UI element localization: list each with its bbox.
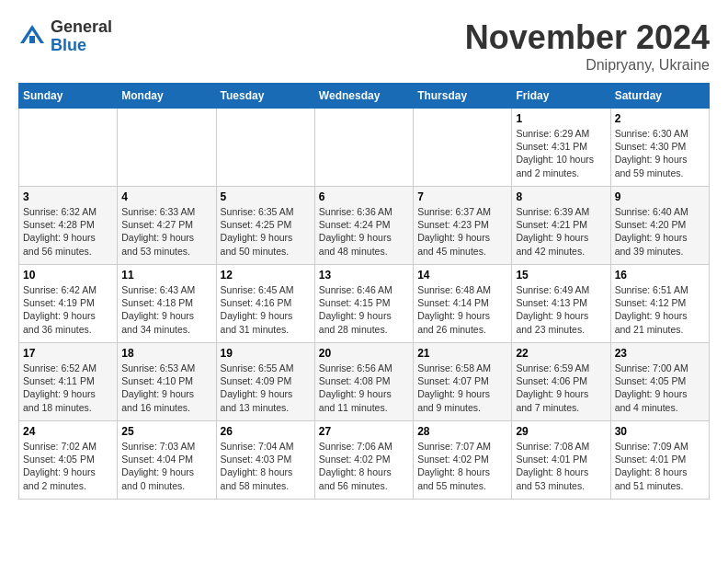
calendar-cell: 4Sunrise: 6:33 AM Sunset: 4:27 PM Daylig… [118, 187, 216, 265]
day-info: Sunrise: 6:32 AM Sunset: 4:28 PM Dayligh… [23, 205, 113, 258]
day-info: Sunrise: 7:06 AM Sunset: 4:02 PM Dayligh… [319, 440, 409, 492]
calendar-cell: 15Sunrise: 6:49 AM Sunset: 4:13 PM Dayli… [512, 265, 610, 343]
calendar-cell: 19Sunrise: 6:55 AM Sunset: 4:09 PM Dayli… [216, 343, 314, 421]
calendar-cell: 5Sunrise: 6:35 AM Sunset: 4:25 PM Daylig… [216, 187, 314, 265]
day-info: Sunrise: 6:39 AM Sunset: 4:21 PM Dayligh… [516, 205, 606, 258]
calendar-cell: 16Sunrise: 6:51 AM Sunset: 4:12 PM Dayli… [610, 265, 709, 343]
calendar-cell: 11Sunrise: 6:43 AM Sunset: 4:18 PM Dayli… [118, 265, 216, 343]
day-info: Sunrise: 6:51 AM Sunset: 4:12 PM Dayligh… [615, 283, 705, 336]
weekday-header: Wednesday [314, 84, 413, 109]
day-number: 3 [23, 190, 113, 203]
weekday-header: Saturday [610, 84, 709, 109]
day-number: 21 [417, 347, 507, 360]
day-number: 27 [319, 425, 409, 438]
day-info: Sunrise: 6:56 AM Sunset: 4:08 PM Dayligh… [319, 362, 409, 414]
day-number: 16 [615, 269, 705, 282]
calendar-week-row: 17Sunrise: 6:52 AM Sunset: 4:11 PM Dayli… [19, 343, 710, 421]
day-number: 9 [615, 190, 705, 203]
day-info: Sunrise: 6:37 AM Sunset: 4:23 PM Dayligh… [417, 205, 507, 258]
day-number: 26 [221, 425, 311, 438]
day-number: 22 [516, 347, 606, 360]
day-number: 11 [121, 269, 211, 282]
calendar-cell: 7Sunrise: 6:37 AM Sunset: 4:23 PM Daylig… [414, 187, 512, 265]
day-info: Sunrise: 6:29 AM Sunset: 4:31 PM Dayligh… [516, 127, 606, 179]
day-number: 18 [121, 347, 211, 360]
day-info: Sunrise: 6:43 AM Sunset: 4:18 PM Dayligh… [121, 283, 211, 336]
calendar-cell: 9Sunrise: 6:40 AM Sunset: 4:20 PM Daylig… [610, 187, 709, 265]
logo-general-text: General [51, 18, 112, 37]
weekday-header: Sunday [19, 84, 118, 109]
day-number: 28 [417, 425, 507, 438]
day-info: Sunrise: 6:59 AM Sunset: 4:06 PM Dayligh… [516, 362, 606, 414]
calendar-cell: 2Sunrise: 6:30 AM Sunset: 4:30 PM Daylig… [610, 109, 709, 187]
svg-rect-2 [29, 36, 35, 43]
day-info: Sunrise: 6:53 AM Sunset: 4:10 PM Dayligh… [121, 362, 211, 414]
day-info: Sunrise: 6:42 AM Sunset: 4:19 PM Dayligh… [23, 283, 113, 336]
weekday-header: Thursday [414, 84, 512, 109]
calendar-cell: 14Sunrise: 6:48 AM Sunset: 4:14 PM Dayli… [414, 265, 512, 343]
logo-blue-text: Blue [51, 37, 112, 55]
day-info: Sunrise: 6:30 AM Sunset: 4:30 PM Dayligh… [615, 127, 705, 179]
title-area: November 2024 Dnipryany, Ukraine [465, 18, 710, 74]
calendar-cell: 26Sunrise: 7:04 AM Sunset: 4:03 PM Dayli… [216, 421, 314, 500]
calendar-cell: 21Sunrise: 6:58 AM Sunset: 4:07 PM Dayli… [414, 343, 512, 421]
day-number: 5 [221, 190, 311, 203]
day-info: Sunrise: 7:04 AM Sunset: 4:03 PM Dayligh… [221, 440, 311, 492]
day-number: 2 [615, 112, 705, 125]
header: General Blue November 2024 Dnipryany, Uk… [18, 18, 710, 74]
day-info: Sunrise: 6:55 AM Sunset: 4:09 PM Dayligh… [221, 362, 311, 414]
day-number: 4 [121, 190, 211, 203]
day-info: Sunrise: 6:45 AM Sunset: 4:16 PM Dayligh… [221, 283, 311, 336]
location: Dnipryany, Ukraine [465, 57, 710, 74]
month-title: November 2024 [465, 18, 710, 57]
logo-text: General Blue [51, 18, 112, 55]
day-number: 24 [23, 425, 113, 438]
weekday-header-row: SundayMondayTuesdayWednesdayThursdayFrid… [19, 84, 710, 109]
day-number: 20 [319, 347, 409, 360]
day-info: Sunrise: 7:09 AM Sunset: 4:01 PM Dayligh… [615, 440, 705, 492]
calendar-cell [118, 109, 216, 187]
calendar-cell: 1Sunrise: 6:29 AM Sunset: 4:31 PM Daylig… [512, 109, 610, 187]
calendar-cell [414, 109, 512, 187]
day-info: Sunrise: 6:58 AM Sunset: 4:07 PM Dayligh… [417, 362, 507, 414]
calendar-week-row: 10Sunrise: 6:42 AM Sunset: 4:19 PM Dayli… [19, 265, 710, 343]
calendar-cell: 10Sunrise: 6:42 AM Sunset: 4:19 PM Dayli… [19, 265, 118, 343]
day-info: Sunrise: 6:49 AM Sunset: 4:13 PM Dayligh… [516, 283, 606, 336]
day-info: Sunrise: 6:35 AM Sunset: 4:25 PM Dayligh… [221, 205, 311, 258]
day-number: 12 [221, 269, 311, 282]
day-info: Sunrise: 7:02 AM Sunset: 4:05 PM Dayligh… [23, 440, 113, 492]
day-number: 17 [23, 347, 113, 360]
calendar-cell: 27Sunrise: 7:06 AM Sunset: 4:02 PM Dayli… [314, 421, 413, 500]
weekday-header: Monday [118, 84, 216, 109]
day-number: 30 [615, 425, 705, 438]
day-info: Sunrise: 6:40 AM Sunset: 4:20 PM Dayligh… [615, 205, 705, 258]
day-number: 8 [516, 190, 606, 203]
calendar-cell [216, 109, 314, 187]
calendar-cell: 18Sunrise: 6:53 AM Sunset: 4:10 PM Dayli… [118, 343, 216, 421]
calendar-cell: 30Sunrise: 7:09 AM Sunset: 4:01 PM Dayli… [610, 421, 709, 500]
day-info: Sunrise: 7:03 AM Sunset: 4:04 PM Dayligh… [121, 440, 211, 492]
day-number: 15 [516, 269, 606, 282]
calendar-cell: 22Sunrise: 6:59 AM Sunset: 4:06 PM Dayli… [512, 343, 610, 421]
day-number: 6 [319, 190, 409, 203]
logo: General Blue [18, 18, 112, 55]
calendar-cell: 23Sunrise: 7:00 AM Sunset: 4:05 PM Dayli… [610, 343, 709, 421]
calendar-cell [314, 109, 413, 187]
calendar-cell: 29Sunrise: 7:08 AM Sunset: 4:01 PM Dayli… [512, 421, 610, 500]
day-info: Sunrise: 6:52 AM Sunset: 4:11 PM Dayligh… [23, 362, 113, 414]
day-number: 7 [417, 190, 507, 203]
calendar: SundayMondayTuesdayWednesdayThursdayFrid… [18, 83, 710, 500]
day-number: 23 [615, 347, 705, 360]
day-info: Sunrise: 6:33 AM Sunset: 4:27 PM Dayligh… [121, 205, 211, 258]
day-number: 1 [516, 112, 606, 125]
calendar-cell: 28Sunrise: 7:07 AM Sunset: 4:02 PM Dayli… [414, 421, 512, 500]
calendar-week-row: 24Sunrise: 7:02 AM Sunset: 4:05 PM Dayli… [19, 421, 710, 500]
calendar-cell: 8Sunrise: 6:39 AM Sunset: 4:21 PM Daylig… [512, 187, 610, 265]
calendar-cell: 25Sunrise: 7:03 AM Sunset: 4:04 PM Dayli… [118, 421, 216, 500]
calendar-cell: 3Sunrise: 6:32 AM Sunset: 4:28 PM Daylig… [19, 187, 118, 265]
day-number: 25 [121, 425, 211, 438]
weekday-header: Friday [512, 84, 610, 109]
calendar-cell [19, 109, 118, 187]
day-number: 10 [23, 269, 113, 282]
weekday-header: Tuesday [216, 84, 314, 109]
